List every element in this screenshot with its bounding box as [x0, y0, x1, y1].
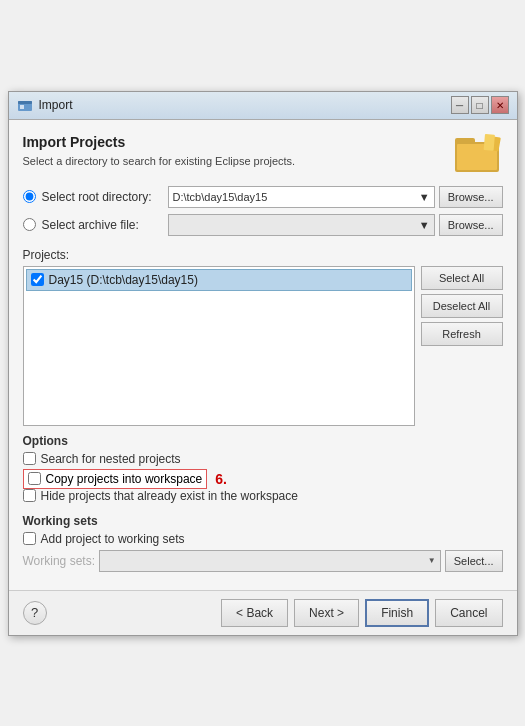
- folder-icon: [455, 134, 503, 174]
- svg-rect-1: [18, 101, 32, 104]
- footer-left: ?: [23, 601, 47, 625]
- copy-projects-label: Copy projects into workspace: [46, 472, 203, 486]
- dialog-subtitle: Select a directory to search for existin…: [23, 154, 296, 169]
- dialog-footer: ? < Back Next > Finish Cancel: [9, 590, 517, 635]
- archive-file-radio[interactable]: [23, 218, 36, 231]
- svg-rect-7: [483, 134, 494, 151]
- title-bar: Import ─ □ ✕: [9, 92, 517, 120]
- working-sets-select-button[interactable]: Select...: [445, 550, 503, 572]
- copy-projects-row: Copy projects into workspace 6.: [23, 469, 503, 489]
- search-nested-row: Search for nested projects: [23, 452, 503, 466]
- archive-file-combo-wrapper: ▼ Browse...: [168, 214, 503, 236]
- search-nested-checkbox[interactable]: [23, 452, 36, 465]
- copy-projects-box: Copy projects into workspace: [23, 469, 208, 489]
- back-button[interactable]: < Back: [221, 599, 288, 627]
- hide-existing-row: Hide projects that already exist in the …: [23, 489, 503, 503]
- next-button[interactable]: Next >: [294, 599, 359, 627]
- close-button[interactable]: ✕: [491, 96, 509, 114]
- title-bar-left: Import: [17, 97, 73, 113]
- working-sets-row: Working sets: ▼ Select...: [23, 550, 503, 572]
- archive-file-combo: ▼: [168, 214, 435, 236]
- hide-existing-checkbox[interactable]: [23, 489, 36, 502]
- search-nested-label: Search for nested projects: [41, 452, 181, 466]
- footer-buttons: < Back Next > Finish Cancel: [221, 599, 502, 627]
- working-sets-arrow-icon: ▼: [428, 556, 436, 565]
- options-section: Options Search for nested projects Copy …: [23, 434, 503, 506]
- title-bar-controls: ─ □ ✕: [451, 96, 509, 114]
- import-dialog: Import ─ □ ✕ Import Projects Select a di…: [8, 91, 518, 636]
- projects-label: Projects:: [23, 248, 503, 262]
- header-text: Import Projects Select a directory to se…: [23, 134, 296, 169]
- root-directory-row: Select root directory: D:\tcb\day15\day1…: [23, 186, 503, 208]
- archive-combo-arrow-icon: ▼: [419, 219, 430, 231]
- add-to-working-sets-label: Add project to working sets: [41, 532, 185, 546]
- project-item-label: Day15 (D:\tcb\day15\day15): [49, 273, 198, 287]
- window-title: Import: [39, 98, 73, 112]
- hide-existing-label: Hide projects that already exist in the …: [41, 489, 298, 503]
- root-directory-combo[interactable]: D:\tcb\day15\day15 ▼: [168, 186, 435, 208]
- add-to-working-sets-row: Add project to working sets: [23, 532, 503, 546]
- combo-arrow-icon: ▼: [419, 191, 430, 203]
- svg-rect-2: [20, 105, 24, 109]
- root-directory-combo-wrapper: D:\tcb\day15\day15 ▼ Browse...: [168, 186, 503, 208]
- finish-button[interactable]: Finish: [365, 599, 429, 627]
- working-sets-section: Working sets Add project to working sets…: [23, 514, 503, 572]
- browse-archive-button[interactable]: Browse...: [439, 214, 503, 236]
- browse-root-button[interactable]: Browse...: [439, 186, 503, 208]
- add-to-working-sets-checkbox[interactable]: [23, 532, 36, 545]
- working-sets-title: Working sets: [23, 514, 503, 528]
- project-item[interactable]: Day15 (D:\tcb\day15\day15): [26, 269, 412, 291]
- maximize-button[interactable]: □: [471, 96, 489, 114]
- annotation-number: 6.: [215, 471, 227, 487]
- projects-area: Day15 (D:\tcb\day15\day15) Select All De…: [23, 266, 503, 426]
- minimize-button[interactable]: ─: [451, 96, 469, 114]
- window-icon: [17, 97, 33, 113]
- archive-file-label: Select archive file:: [42, 218, 162, 232]
- copy-projects-checkbox[interactable]: [28, 472, 41, 485]
- project-checkbox[interactable]: [31, 273, 44, 286]
- refresh-button[interactable]: Refresh: [421, 322, 503, 346]
- archive-file-row: Select archive file: ▼ Browse...: [23, 214, 503, 236]
- dialog-content: Import Projects Select a directory to se…: [9, 120, 517, 590]
- cancel-button[interactable]: Cancel: [435, 599, 502, 627]
- deselect-all-button[interactable]: Deselect All: [421, 294, 503, 318]
- root-directory-label: Select root directory:: [42, 190, 162, 204]
- help-button[interactable]: ?: [23, 601, 47, 625]
- root-directory-radio[interactable]: [23, 190, 36, 203]
- projects-buttons: Select All Deselect All Refresh: [421, 266, 503, 426]
- projects-list[interactable]: Day15 (D:\tcb\day15\day15): [23, 266, 415, 426]
- select-all-button[interactable]: Select All: [421, 266, 503, 290]
- root-directory-value: D:\tcb\day15\day15: [173, 191, 268, 203]
- header-section: Import Projects Select a directory to se…: [23, 134, 503, 174]
- dialog-title: Import Projects: [23, 134, 296, 150]
- working-sets-combo: ▼: [99, 550, 441, 572]
- options-title: Options: [23, 434, 503, 448]
- working-sets-field-label: Working sets:: [23, 554, 95, 568]
